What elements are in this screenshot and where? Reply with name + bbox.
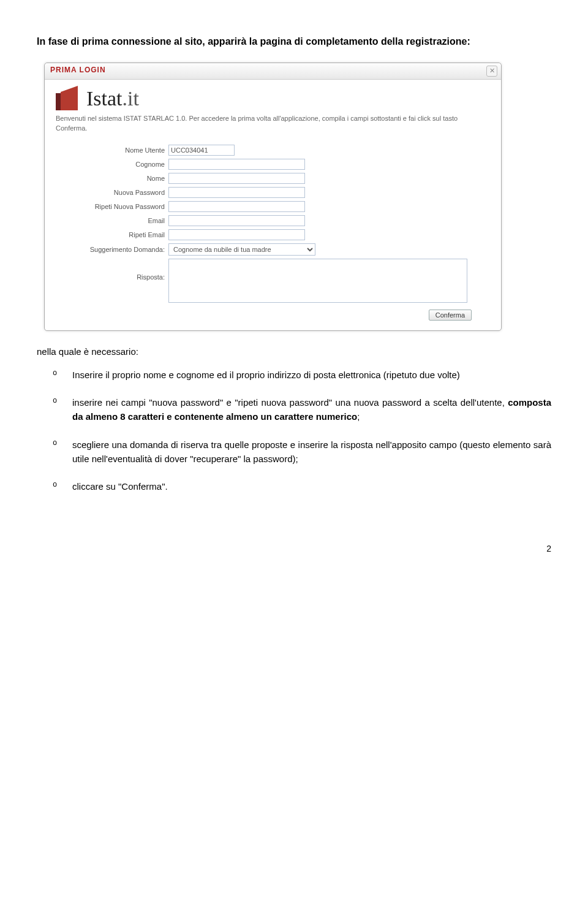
nome-label: Nome <box>56 175 168 182</box>
nome-input[interactable] <box>168 173 305 184</box>
prima-login-dialog: PRIMA LOGIN ✕ Istat.it Benvenuti nel sis… <box>44 63 502 331</box>
list-item: Inserire il proprio nome e cognome ed il… <box>72 368 551 382</box>
dialog-title: PRIMA LOGIN <box>50 66 106 74</box>
email-input[interactable] <box>168 215 305 226</box>
ripeti-email-label: Ripeti Email <box>56 231 168 238</box>
nuova-password-input[interactable] <box>168 187 305 198</box>
risposta-label: Risposta: <box>56 259 168 281</box>
list-item: inserire nei campi "nuova password" e "r… <box>72 395 551 424</box>
nome-utente-label: Nome Utente <box>56 146 168 154</box>
instruction-list: Inserire il proprio nome e cognome ed il… <box>37 368 551 494</box>
suggerimento-label: Suggerimento Domanda: <box>56 246 168 253</box>
cognome-label: Cognome <box>56 161 168 168</box>
dialog-header: PRIMA LOGIN ✕ <box>45 63 501 80</box>
close-icon[interactable]: ✕ <box>486 66 497 77</box>
intro-paragraph: In fase di prima connessione al sito, ap… <box>37 34 551 49</box>
list-item: cliccare su "Conferma". <box>72 479 551 493</box>
istat-logo-text: Istat.it <box>86 87 139 110</box>
istat-logo-mark <box>56 86 84 110</box>
list-item: scegliere una domanda di riserva tra que… <box>72 438 551 466</box>
ripeti-password-label: Ripeti Nuova Password <box>56 203 168 210</box>
page-number: 2 <box>0 519 588 572</box>
conferma-button[interactable]: Conferma <box>429 310 472 321</box>
risposta-textarea[interactable] <box>168 259 467 303</box>
cognome-input[interactable] <box>168 159 305 170</box>
nuova-password-label: Nuova Password <box>56 189 168 196</box>
istat-logo: Istat.it <box>56 86 490 110</box>
nome-utente-input[interactable] <box>168 145 235 156</box>
ripeti-password-input[interactable] <box>168 201 305 212</box>
suggerimento-select[interactable]: Cognome da nubile di tua madre <box>168 243 315 256</box>
welcome-text: Benvenuti nel sistema ISTAT STARLAC 1.0.… <box>56 114 490 134</box>
ripeti-email-input[interactable] <box>168 229 305 240</box>
necessario-text: nella quale è necessario: <box>37 346 551 357</box>
dialog-screenshot: PRIMA LOGIN ✕ Istat.it Benvenuti nel sis… <box>44 63 551 331</box>
email-label: Email <box>56 217 168 224</box>
